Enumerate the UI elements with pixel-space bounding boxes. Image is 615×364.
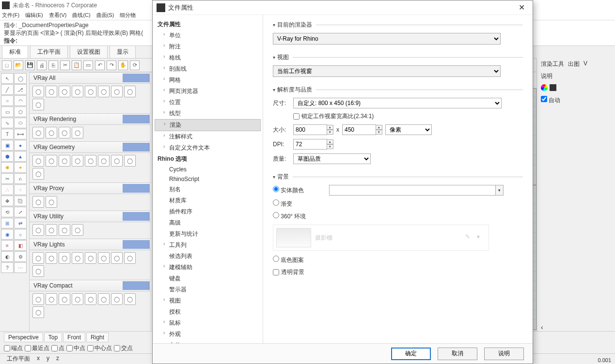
cylinder-icon[interactable]: ⬢ (1, 151, 14, 162)
bg-pattern-radio[interactable]: 底色图案 (273, 256, 304, 264)
arrow-icon[interactable]: ↖ (1, 73, 14, 84)
section-background[interactable]: ▾ 背景 (273, 173, 523, 181)
menu-surface[interactable]: 曲面(S) (96, 12, 114, 19)
osnap-near[interactable]: 最近点 (25, 344, 49, 352)
width-input[interactable]: ▴▾ (293, 124, 333, 135)
auto-checkbox[interactable] (541, 96, 547, 102)
quality-select[interactable]: 草图品质 (293, 153, 371, 164)
opt-icon[interactable]: ⚙ (14, 251, 27, 262)
tree-node[interactable]: 线型 (155, 108, 261, 119)
line-icon[interactable]: ╱ (1, 84, 14, 95)
help-icon[interactable]: ? (1, 262, 14, 273)
osnap-int[interactable]: 交点 (114, 344, 133, 352)
tree-node[interactable]: 插件程序 (155, 206, 261, 217)
color-wheel-icon[interactable] (541, 84, 548, 91)
section-current-renderer[interactable]: ▾ 目前的渲染器 (273, 21, 523, 29)
vray-tool-icon[interactable]: ◯ (32, 168, 44, 180)
light-icon[interactable]: ☼ (14, 229, 27, 240)
vray-tool-icon[interactable]: ◯ (46, 86, 57, 97)
unit-select[interactable]: 像素 (385, 124, 432, 135)
tree-node[interactable]: 警示器 (155, 284, 261, 295)
mirror-icon[interactable]: ⇄ (14, 218, 27, 228)
vray-tool-icon[interactable]: ◯ (59, 224, 70, 236)
dropdown-icon[interactable]: ▾ (477, 233, 486, 242)
vray-tool-icon[interactable]: ◯ (32, 224, 44, 236)
bg-solid-radio[interactable]: 实体颜色 (273, 186, 304, 195)
vray-tool-icon[interactable]: ◯ (111, 293, 123, 305)
tree-node[interactable]: 授权 (155, 306, 261, 318)
ellipse-icon[interactable]: ⬭ (14, 118, 27, 128)
spin-down-icon[interactable]: ▾ (327, 144, 333, 149)
section-view[interactable]: ▾ 视图 (273, 53, 523, 61)
tree-node[interactable]: 单位 (155, 30, 261, 41)
renderer-select[interactable]: V-Ray for Rhino (273, 33, 501, 45)
vray-tool-icon[interactable]: ◯ (124, 293, 136, 305)
new-icon[interactable]: □ (2, 61, 12, 70)
help-button[interactable]: 说明 (484, 348, 524, 360)
vray-group-header[interactable]: VRay Utility (30, 211, 151, 222)
rtab-render-tools[interactable]: 渲染工具 (541, 60, 564, 68)
tree-node[interactable]: 剖面线 (155, 63, 261, 75)
vray-group-header[interactable]: VRay Compact (30, 280, 151, 291)
cancel-button[interactable]: 取消 (438, 348, 477, 360)
tree-node[interactable]: 网格 (155, 75, 261, 86)
pts-icon[interactable]: ∴ (1, 184, 14, 195)
rtab-v[interactable]: V (583, 60, 587, 68)
tree-node[interactable]: 别名 (155, 184, 261, 195)
tab-standard[interactable]: 标准 (2, 46, 28, 58)
osnap-point[interactable]: 点 (51, 344, 64, 352)
vray-tool-icon[interactable]: ◯ (46, 196, 57, 208)
redo-icon[interactable]: ↷ (107, 61, 116, 70)
tree-node[interactable]: 注解样式 (155, 131, 261, 142)
vray-tool-icon[interactable]: ◯ (32, 306, 44, 318)
vray-tool-icon[interactable]: ◯ (46, 252, 57, 264)
tree-node[interactable]: 键盘 (155, 273, 261, 284)
cone-icon[interactable]: ▲ (14, 151, 27, 162)
vray-tool-icon[interactable]: ◯ (98, 252, 110, 264)
tab-display[interactable]: 显示 (110, 46, 136, 58)
square-icon[interactable] (550, 84, 556, 91)
dropdown-icon[interactable]: ▾ (495, 185, 503, 195)
tree-node[interactable]: 外观 (155, 329, 261, 340)
save-icon[interactable]: 💾 (25, 61, 35, 70)
vray-tool-icon[interactable]: ◯ (111, 252, 123, 264)
vtab-right[interactable]: Right (86, 333, 109, 342)
vray-tool-icon[interactable]: ◯ (59, 155, 70, 167)
settings-tree[interactable]: 文件属性 单位附注格线剖面线网格网页浏览器位置线型渲染注解样式自定义文件文本 R… (153, 15, 263, 343)
dialog-title-bar[interactable]: 文件属性 ✕ (153, 0, 533, 15)
open-icon[interactable]: 📂 (14, 61, 23, 70)
vray-tool-icon[interactable]: ◯ (59, 127, 70, 138)
vray-tool-icon[interactable]: ◯ (85, 155, 96, 167)
rotate-icon[interactable]: ⟳ (130, 61, 140, 70)
edit-pencil-icon[interactable]: ✎ (465, 233, 474, 242)
vtab-perspective[interactable]: Perspective (4, 333, 43, 342)
tree-node[interactable]: 高级 (155, 217, 261, 228)
spin-up-icon[interactable]: ▴ (376, 125, 382, 130)
vray-tool-icon[interactable]: ◯ (124, 252, 136, 264)
tree-node[interactable]: 工具列 (155, 240, 261, 251)
spin-up-icon[interactable]: ▴ (327, 125, 333, 130)
copy2-icon[interactable]: ⿻ (14, 196, 27, 206)
vray-tool-icon[interactable]: ◯ (59, 252, 70, 264)
tree-node[interactable]: 格线 (155, 52, 261, 63)
vray-tool-icon[interactable]: ◯ (85, 293, 96, 305)
vray-tool-icon[interactable]: ◯ (98, 86, 110, 97)
vray-tool-icon[interactable]: ◯ (124, 155, 136, 167)
split-icon[interactable]: ⎌ (14, 173, 27, 184)
spin-up-icon[interactable]: ▴ (327, 139, 333, 144)
vray-tool-icon[interactable]: ◯ (72, 224, 83, 236)
ok-button[interactable]: 确定 (391, 348, 431, 360)
polygon-icon[interactable]: ⬠ (14, 106, 27, 117)
bg-color-swatch[interactable]: ▾ (329, 185, 504, 196)
tab-cplane[interactable]: 工作平面 (30, 46, 68, 58)
vray-tool-icon[interactable]: ◯ (72, 293, 83, 305)
vray-tool-icon[interactable]: ◯ (46, 127, 57, 138)
text-icon[interactable]: T (1, 129, 14, 139)
close-button[interactable]: ✕ (515, 3, 529, 12)
render-icon[interactable]: ◉ (1, 229, 14, 240)
scroll-left-icon[interactable]: ‹ (541, 323, 543, 331)
bg-transparent-checkbox[interactable]: 透明背景 (273, 268, 304, 276)
scale-icon[interactable]: ⤢ (14, 207, 27, 217)
dpi-input[interactable]: ▴▾ (293, 139, 333, 150)
rtab-layout[interactable]: 出图 (568, 60, 580, 68)
